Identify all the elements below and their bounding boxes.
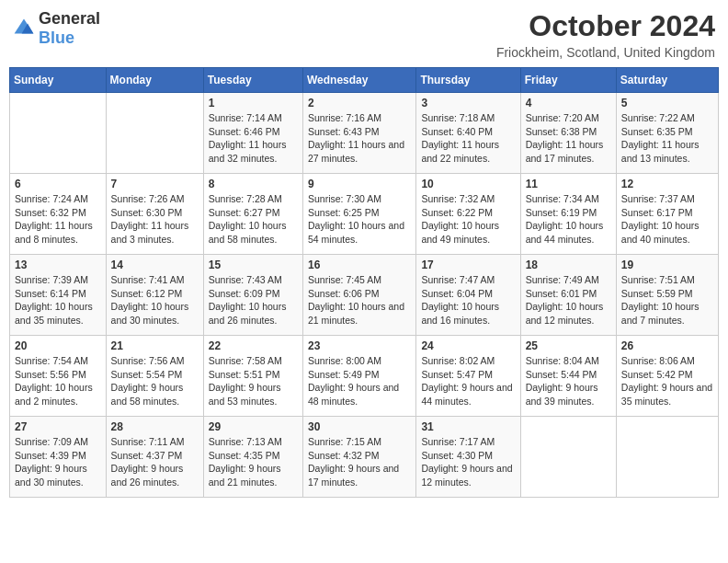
day-info: Sunrise: 7:09 AM Sunset: 4:39 PM Dayligh… (15, 435, 101, 489)
day-info: Sunrise: 7:28 AM Sunset: 6:27 PM Dayligh… (209, 192, 298, 247)
weekday-header-tuesday: Tuesday (203, 68, 302, 93)
calendar-cell: 9Sunrise: 7:30 AM Sunset: 6:25 PM Daylig… (302, 174, 415, 255)
day-info: Sunrise: 7:56 AM Sunset: 5:54 PM Dayligh… (111, 354, 199, 408)
calendar-week-row: 6Sunrise: 7:24 AM Sunset: 6:32 PM Daylig… (10, 174, 719, 255)
day-info: Sunrise: 7:16 AM Sunset: 6:43 PM Dayligh… (308, 111, 411, 166)
calendar-cell: 13Sunrise: 7:39 AM Sunset: 6:14 PM Dayli… (10, 255, 107, 336)
calendar-cell: 8Sunrise: 7:28 AM Sunset: 6:27 PM Daylig… (203, 174, 302, 255)
day-number: 30 (308, 420, 411, 433)
logo-general: General (39, 9, 100, 28)
page-header: General Blue October 2024 Friockheim, Sc… (9, 9, 719, 60)
calendar-cell: 23Sunrise: 8:00 AM Sunset: 5:49 PM Dayli… (302, 336, 415, 417)
calendar-cell: 21Sunrise: 7:56 AM Sunset: 5:54 PM Dayli… (106, 336, 203, 417)
day-number: 16 (308, 259, 411, 271)
day-info: Sunrise: 7:18 AM Sunset: 6:40 PM Dayligh… (421, 111, 515, 166)
month-title: October 2024 (496, 9, 715, 43)
day-info: Sunrise: 7:32 AM Sunset: 6:22 PM Dayligh… (421, 192, 515, 247)
day-number: 14 (111, 259, 199, 271)
day-number: 29 (209, 420, 298, 433)
day-number: 18 (526, 259, 611, 271)
calendar-cell: 10Sunrise: 7:32 AM Sunset: 6:22 PM Dayli… (416, 174, 520, 255)
day-info: Sunrise: 7:41 AM Sunset: 6:12 PM Dayligh… (111, 273, 199, 327)
day-number: 7 (111, 178, 199, 190)
calendar-cell: 29Sunrise: 7:13 AM Sunset: 4:35 PM Dayli… (203, 417, 302, 498)
location-subtitle: Friockheim, Scotland, United Kingdom (496, 45, 715, 60)
day-number: 28 (111, 420, 199, 433)
calendar-cell (106, 93, 203, 174)
weekday-header-row: SundayMondayTuesdayWednesdayThursdayFrid… (10, 68, 719, 93)
calendar-week-row: 13Sunrise: 7:39 AM Sunset: 6:14 PM Dayli… (10, 255, 719, 336)
day-info: Sunrise: 7:43 AM Sunset: 6:09 PM Dayligh… (209, 273, 298, 327)
day-info: Sunrise: 8:00 AM Sunset: 5:49 PM Dayligh… (308, 354, 411, 408)
title-block: October 2024 Friockheim, Scotland, Unite… (496, 9, 715, 60)
weekday-header-monday: Monday (106, 68, 203, 93)
calendar-cell: 17Sunrise: 7:47 AM Sunset: 6:04 PM Dayli… (416, 255, 520, 336)
calendar-cell: 20Sunrise: 7:54 AM Sunset: 5:56 PM Dayli… (10, 336, 107, 417)
calendar-week-row: 20Sunrise: 7:54 AM Sunset: 5:56 PM Dayli… (10, 336, 719, 417)
day-number: 27 (15, 420, 101, 433)
logo-icon (13, 17, 35, 40)
weekday-header-wednesday: Wednesday (302, 68, 415, 93)
day-number: 15 (209, 259, 298, 271)
logo: General Blue (13, 9, 100, 48)
weekday-header-sunday: Sunday (10, 68, 107, 93)
day-number: 22 (209, 339, 298, 352)
calendar-cell: 6Sunrise: 7:24 AM Sunset: 6:32 PM Daylig… (10, 174, 107, 255)
day-number: 12 (621, 178, 713, 190)
day-info: Sunrise: 8:04 AM Sunset: 5:44 PM Dayligh… (526, 354, 611, 408)
weekday-header-saturday: Saturday (616, 68, 718, 93)
calendar-cell: 25Sunrise: 8:04 AM Sunset: 5:44 PM Dayli… (520, 336, 616, 417)
day-info: Sunrise: 7:51 AM Sunset: 5:59 PM Dayligh… (621, 273, 713, 327)
day-number: 24 (421, 339, 515, 352)
calendar-cell (10, 93, 107, 174)
day-info: Sunrise: 7:49 AM Sunset: 6:01 PM Dayligh… (526, 273, 611, 327)
day-info: Sunrise: 7:11 AM Sunset: 4:37 PM Dayligh… (111, 435, 199, 489)
day-info: Sunrise: 8:02 AM Sunset: 5:47 PM Dayligh… (421, 354, 515, 408)
calendar-cell: 2Sunrise: 7:16 AM Sunset: 6:43 PM Daylig… (302, 93, 415, 174)
calendar-cell: 1Sunrise: 7:14 AM Sunset: 6:46 PM Daylig… (203, 93, 302, 174)
day-info: Sunrise: 7:22 AM Sunset: 6:35 PM Dayligh… (621, 111, 713, 166)
day-info: Sunrise: 7:37 AM Sunset: 6:17 PM Dayligh… (621, 192, 713, 247)
day-info: Sunrise: 7:30 AM Sunset: 6:25 PM Dayligh… (308, 192, 411, 247)
calendar-cell: 7Sunrise: 7:26 AM Sunset: 6:30 PM Daylig… (106, 174, 203, 255)
calendar-cell: 3Sunrise: 7:18 AM Sunset: 6:40 PM Daylig… (416, 93, 520, 174)
calendar-cell: 26Sunrise: 8:06 AM Sunset: 5:42 PM Dayli… (616, 336, 718, 417)
day-info: Sunrise: 7:14 AM Sunset: 6:46 PM Dayligh… (209, 111, 298, 166)
calendar-cell: 14Sunrise: 7:41 AM Sunset: 6:12 PM Dayli… (106, 255, 203, 336)
day-info: Sunrise: 8:06 AM Sunset: 5:42 PM Dayligh… (621, 354, 713, 408)
calendar-cell (616, 417, 718, 498)
day-number: 25 (526, 339, 611, 352)
day-info: Sunrise: 7:47 AM Sunset: 6:04 PM Dayligh… (421, 273, 515, 327)
weekday-header-thursday: Thursday (416, 68, 520, 93)
calendar-cell: 15Sunrise: 7:43 AM Sunset: 6:09 PM Dayli… (203, 255, 302, 336)
day-number: 1 (209, 97, 298, 109)
calendar-cell: 5Sunrise: 7:22 AM Sunset: 6:35 PM Daylig… (616, 93, 718, 174)
calendar-week-row: 1Sunrise: 7:14 AM Sunset: 6:46 PM Daylig… (10, 93, 719, 174)
day-info: Sunrise: 7:45 AM Sunset: 6:06 PM Dayligh… (308, 273, 411, 327)
day-number: 26 (621, 339, 713, 352)
calendar-cell: 11Sunrise: 7:34 AM Sunset: 6:19 PM Dayli… (520, 174, 616, 255)
day-info: Sunrise: 7:13 AM Sunset: 4:35 PM Dayligh… (209, 435, 298, 489)
day-info: Sunrise: 7:34 AM Sunset: 6:19 PM Dayligh… (526, 192, 611, 247)
weekday-header-friday: Friday (520, 68, 616, 93)
calendar-cell: 28Sunrise: 7:11 AM Sunset: 4:37 PM Dayli… (106, 417, 203, 498)
day-number: 3 (421, 97, 515, 109)
day-number: 6 (15, 178, 101, 190)
day-info: Sunrise: 7:39 AM Sunset: 6:14 PM Dayligh… (15, 273, 101, 327)
calendar-cell: 4Sunrise: 7:20 AM Sunset: 6:38 PM Daylig… (520, 93, 616, 174)
day-number: 17 (421, 259, 515, 271)
logo-blue: Blue (39, 29, 74, 47)
calendar-cell: 22Sunrise: 7:58 AM Sunset: 5:51 PM Dayli… (203, 336, 302, 417)
day-info: Sunrise: 7:58 AM Sunset: 5:51 PM Dayligh… (209, 354, 298, 408)
day-info: Sunrise: 7:15 AM Sunset: 4:32 PM Dayligh… (308, 435, 411, 489)
day-number: 11 (526, 178, 611, 190)
day-number: 8 (209, 178, 298, 190)
day-info: Sunrise: 7:20 AM Sunset: 6:38 PM Dayligh… (526, 111, 611, 166)
day-number: 31 (421, 420, 515, 433)
day-number: 5 (621, 97, 713, 109)
day-number: 13 (15, 259, 101, 271)
calendar-cell: 19Sunrise: 7:51 AM Sunset: 5:59 PM Dayli… (616, 255, 718, 336)
calendar-cell: 27Sunrise: 7:09 AM Sunset: 4:39 PM Dayli… (10, 417, 107, 498)
day-number: 20 (15, 339, 101, 352)
day-number: 4 (526, 97, 611, 109)
